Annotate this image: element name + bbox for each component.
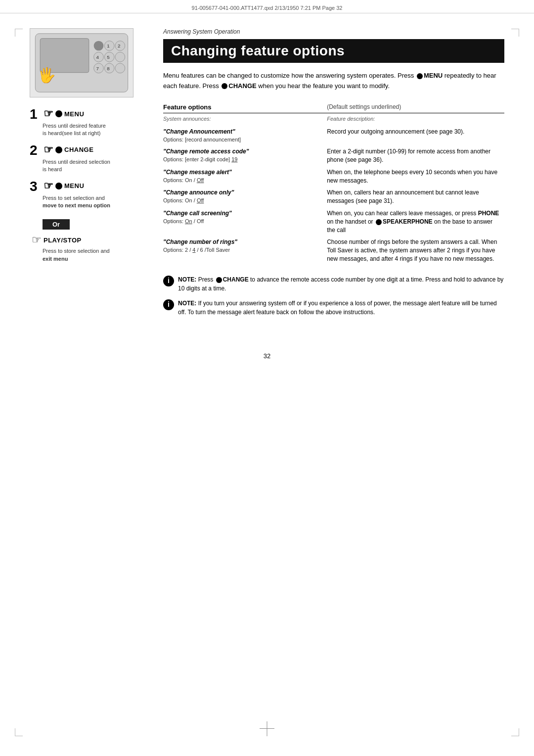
note-1-row: i NOTE: Press CHANGE to advance the remo… xyxy=(163,275,504,293)
svg-text:7: 7 xyxy=(96,66,99,71)
table-row: "Change call screening" Options: On / Of… xyxy=(163,207,504,236)
feature-desc-4: When on, you can hear callers leave mess… xyxy=(327,207,504,236)
step-3-number: 3 xyxy=(30,180,41,193)
reg-mark-bottom-left xyxy=(15,728,23,736)
hand-icon-2: ☞ xyxy=(44,143,53,156)
menu-label-intro: MENU xyxy=(424,72,443,79)
feature-desc-0: Record your outgoing announcement (see p… xyxy=(327,126,504,145)
svg-text:🖐: 🖐 xyxy=(38,66,56,84)
feature-options-2: Options: On / Off xyxy=(163,177,317,184)
hand-icon-play: ☞ xyxy=(32,234,42,246)
table-row: "Change message alert" Options: On / Off… xyxy=(163,166,504,187)
svg-text:5: 5 xyxy=(107,54,110,60)
feature-name-0: "Change Announcement" xyxy=(163,128,317,136)
playstop-row: ☞ PLAY/STOP xyxy=(32,234,143,246)
svg-text:1: 1 xyxy=(107,43,109,48)
menu-dot-intro xyxy=(417,73,423,79)
or-box: Or xyxy=(30,215,143,234)
step-3-icon: ☞ MENU xyxy=(44,180,84,192)
feature-options-3: Options: On / Off xyxy=(163,197,317,204)
feature-desc-1: Enter a 2-digit number (10-99) for remot… xyxy=(327,145,504,166)
menu-dot-3 xyxy=(55,183,62,189)
step-2-desc: Press until desired selection is heard xyxy=(43,158,143,174)
feature-options-1: Options: [enter 2-digit code] 19 xyxy=(163,156,317,163)
step-2-number: 2 xyxy=(30,143,41,157)
feature-name-4: "Change call screening" xyxy=(163,209,317,218)
reg-mark-top-right xyxy=(511,29,519,37)
step-3-desc: Press to set selection and move to next … xyxy=(43,194,143,210)
sys-row: System announces: Feature description: xyxy=(163,113,504,126)
feature-name-2: "Change message alert" xyxy=(163,168,317,177)
table-row: "Change number of rings" Options: 2 / 4 … xyxy=(163,236,504,265)
feature-options-4: Options: On / Off xyxy=(163,218,317,225)
step-2-row: 2 ☞ CHANGE xyxy=(30,143,143,157)
step-3-label: MENU xyxy=(64,182,84,189)
change-label-intro: CHANGE xyxy=(228,82,256,90)
feature-options-5: Options: 2 / 4 / 6 /Toll Saver xyxy=(163,246,317,254)
feature-desc-2: When on, the telephone beeps every 10 se… xyxy=(327,166,504,187)
notes-section: i NOTE: Press CHANGE to advance the remo… xyxy=(163,275,504,317)
step-2-icon: ☞ CHANGE xyxy=(44,143,93,156)
feature-desc-3: When on, callers hear an announcement bu… xyxy=(327,187,504,207)
change-dot-intro xyxy=(222,83,227,89)
playstop-desc: Press to store selection and exit menu xyxy=(43,247,143,263)
svg-point-11 xyxy=(115,52,125,62)
hand-icon-1: ☞ xyxy=(44,107,53,120)
note-2-row: i NOTE: If you turn your answering syste… xyxy=(163,299,504,317)
step-1-number: 1 xyxy=(30,107,41,121)
table-header-col1: Feature options xyxy=(163,101,327,113)
table-row: "Change announce only" Options: On / Off… xyxy=(163,187,504,207)
note-icon-2: i xyxy=(163,299,174,310)
hand-icon-3: ☞ xyxy=(44,180,53,192)
intro-text: Menu features can be changed to customiz… xyxy=(163,71,504,92)
step-2-label: CHANGE xyxy=(64,146,93,153)
table-row: "Change remote access code" Options: [en… xyxy=(163,145,504,166)
section-label: Answering System Operation xyxy=(163,28,504,35)
reg-mark-top-left xyxy=(15,29,23,37)
feature-table: Feature options (Default settings underl… xyxy=(163,101,504,265)
page-number: 32 xyxy=(0,352,534,370)
step-1-desc: Press until desired feature is heard(see… xyxy=(43,122,143,138)
file-info: 91-005677-041-000.ATT1477.qxd 2/13/1950 … xyxy=(192,5,343,11)
svg-point-2 xyxy=(94,41,104,51)
page-title: Changing feature options xyxy=(163,39,504,63)
phone-image: 1 2 4 5 7 8 🖐 xyxy=(30,28,134,97)
speakerphone-dot xyxy=(376,219,382,225)
table-row: "Change Announcement" Options: [record a… xyxy=(163,126,504,145)
reg-mark-bottom-right xyxy=(511,728,519,736)
table-header-col2: (Default settings underlined) xyxy=(327,101,504,113)
feature-name-3: "Change announce only" xyxy=(163,189,317,197)
step-1-row: 1 ☞ MENU xyxy=(30,107,143,121)
svg-text:2: 2 xyxy=(118,43,120,48)
right-column: Answering System Operation Changing feat… xyxy=(163,28,504,323)
svg-text:8: 8 xyxy=(107,66,110,71)
feature-desc-5: Choose number of rings before the system… xyxy=(327,236,504,265)
change-dot-note xyxy=(216,277,222,283)
page-meta: 91-005677-041-000.ATT1477.qxd 2/13/1950 … xyxy=(0,0,534,13)
feature-name-1: "Change remote access code" xyxy=(163,147,317,156)
note-2-text: NOTE: If you turn your answering system … xyxy=(178,299,504,317)
change-dot xyxy=(55,146,62,153)
svg-text:4: 4 xyxy=(96,54,99,60)
note-icon-1: i xyxy=(163,276,174,286)
step-1-icon: ☞ MENU xyxy=(44,107,84,120)
feature-name-5: "Change number of rings" xyxy=(163,238,317,246)
playstop-label: PLAY/STOP xyxy=(44,236,82,244)
svg-point-16 xyxy=(115,63,125,73)
crosshair-v xyxy=(267,721,267,736)
feature-options-0: Options: [record announcement] xyxy=(163,136,317,143)
step-1-label: MENU xyxy=(64,110,84,118)
step-3-row: 3 ☞ MENU xyxy=(30,180,143,193)
menu-dot-1 xyxy=(55,110,62,117)
note-1-text: NOTE: Press CHANGE to advance the remote… xyxy=(178,275,504,293)
left-column: 1 2 4 5 7 8 🖐 1 ☞ xyxy=(30,28,143,323)
